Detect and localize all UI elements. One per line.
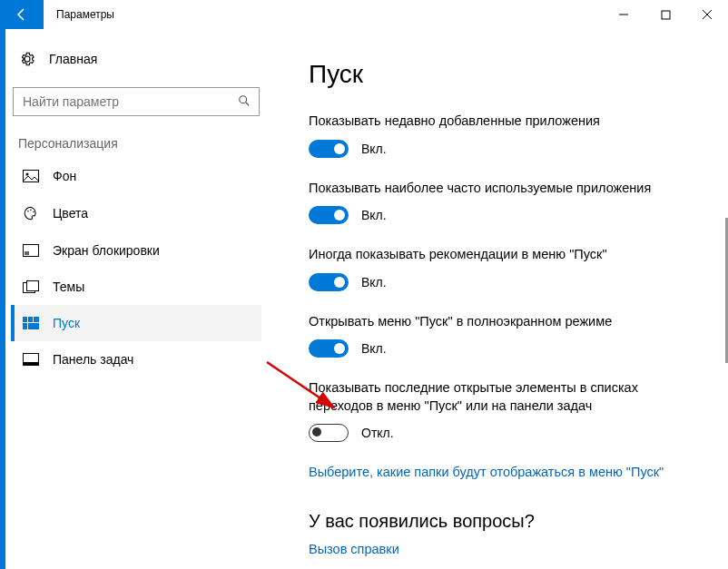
toggle-state: Вкл. <box>361 142 387 156</box>
search-input[interactable] <box>13 87 260 116</box>
search-wrap <box>13 87 260 116</box>
picture-icon <box>22 170 40 182</box>
svg-rect-19 <box>24 362 39 366</box>
toggle-state: Вкл. <box>361 341 387 356</box>
setting-label: Показывать последние открытые элементы в… <box>309 379 681 415</box>
svg-point-6 <box>27 211 29 212</box>
window-title: Параметры <box>44 0 114 29</box>
sidebar-item-label: Экран блокировки <box>53 243 160 258</box>
minimize-button[interactable] <box>603 0 644 29</box>
toggle-jumplist[interactable] <box>309 424 349 442</box>
toggle-fullscreen[interactable] <box>309 339 349 358</box>
sidebar-item-label: Панель задач <box>53 352 133 367</box>
sidebar-item-themes[interactable]: Темы <box>11 269 261 305</box>
sidebar-item-label: Цвета <box>53 206 88 221</box>
main-panel: Пуск Показывать недавно добавленные прил… <box>278 29 728 569</box>
svg-rect-15 <box>34 317 39 322</box>
svg-rect-1 <box>662 11 670 19</box>
svg-rect-17 <box>28 323 39 329</box>
home-nav[interactable]: Главная <box>11 45 261 73</box>
setting-label: Иногда показывать рекомендации в меню "П… <box>309 246 681 264</box>
gear-icon <box>18 51 36 67</box>
svg-rect-14 <box>28 317 33 322</box>
window-controls <box>603 0 728 29</box>
page-title: Пуск <box>309 60 692 89</box>
svg-rect-4 <box>24 171 39 182</box>
svg-rect-16 <box>23 323 27 329</box>
maximize-button[interactable] <box>644 0 686 29</box>
sidebar-item-label: Пуск <box>53 316 80 330</box>
toggle-suggestions[interactable] <box>309 273 349 291</box>
svg-point-5 <box>26 173 29 176</box>
sidebar-item-background[interactable]: Фон <box>11 158 261 194</box>
setting-label: Открывать меню "Пуск" в полноэкранном ре… <box>309 313 681 331</box>
home-label: Главная <box>49 52 97 66</box>
toggle-state: Вкл. <box>361 275 387 289</box>
setting-recent-apps: Показывать недавно добавленные приложени… <box>309 113 692 158</box>
start-icon <box>22 317 40 329</box>
toggle-most-used[interactable] <box>309 206 349 224</box>
lockscreen-icon <box>22 244 40 257</box>
themes-icon <box>22 280 40 294</box>
setting-suggestions: Иногда показывать рекомендации в меню "П… <box>309 246 692 291</box>
svg-line-3 <box>246 103 250 106</box>
sidebar-item-taskbar[interactable]: Панель задач <box>11 341 261 378</box>
setting-label: Показывать недавно добавленные приложени… <box>309 113 681 131</box>
sidebar-item-colors[interactable]: Цвета <box>11 194 261 232</box>
titlebar: Параметры <box>0 0 728 29</box>
svg-rect-12 <box>27 280 39 290</box>
toggle-state: Откл. <box>361 426 394 440</box>
questions-heading: У вас появились вопросы? <box>309 511 692 532</box>
svg-point-8 <box>33 211 34 213</box>
toggle-recent-apps[interactable] <box>309 140 349 158</box>
palette-icon <box>22 205 40 221</box>
help-link[interactable]: Вызов справки <box>309 542 399 556</box>
svg-point-7 <box>30 210 32 211</box>
setting-jumplist: Показывать последние открытые элементы в… <box>309 379 692 442</box>
sidebar-item-label: Фон <box>53 169 76 183</box>
close-button[interactable] <box>686 0 728 29</box>
sidebar: Главная Персонализация Фон Цвета Э <box>5 29 278 569</box>
setting-label: Показывать наиболее часто используемые п… <box>309 180 681 198</box>
sidebar-item-label: Темы <box>53 280 84 294</box>
toggle-state: Вкл. <box>361 208 387 222</box>
setting-most-used: Показывать наиболее часто используемые п… <box>309 180 692 225</box>
section-title: Персонализация <box>18 136 261 151</box>
back-button[interactable] <box>0 0 44 29</box>
svg-point-2 <box>240 96 247 103</box>
setting-fullscreen: Открывать меню "Пуск" в полноэкранном ре… <box>309 313 692 358</box>
sidebar-item-start[interactable]: Пуск <box>11 305 261 341</box>
svg-rect-10 <box>25 251 29 255</box>
folders-link[interactable]: Выберите, какие папки будут отображаться… <box>309 465 664 479</box>
sidebar-item-lockscreen[interactable]: Экран блокировки <box>11 232 261 269</box>
taskbar-icon <box>22 353 40 366</box>
svg-rect-13 <box>23 317 27 322</box>
search-icon <box>238 94 251 107</box>
